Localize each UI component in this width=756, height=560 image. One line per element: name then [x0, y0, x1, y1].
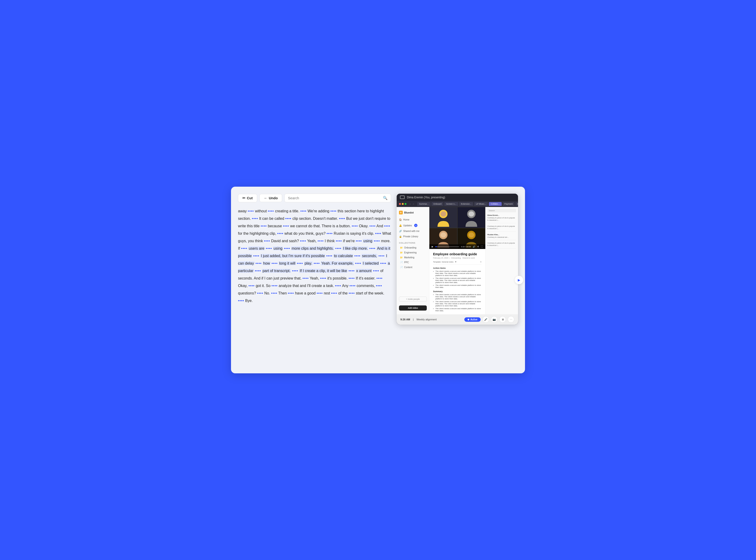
camera-button[interactable]: 📷: [491, 316, 497, 323]
volume-icon[interactable]: 🔊: [473, 245, 475, 248]
dot-separator: ••••: [300, 209, 306, 213]
highlighted-text: users are: [248, 246, 265, 251]
panel-toggle-button[interactable]: ▶: [515, 276, 523, 284]
folder-icon: 📁: [400, 256, 403, 259]
nav-shared-label: Shared with me: [403, 230, 419, 233]
dot-separator: ••••: [349, 276, 355, 280]
action-item-3: The client needs a secure and reliable p…: [433, 284, 482, 288]
highlighted-text: how: [263, 261, 271, 265]
browser-tab[interactable]: Extensior...: [459, 202, 474, 206]
dot-separator: ••••: [300, 239, 306, 243]
shared-icon: 🔗: [399, 230, 402, 233]
svg-point-7: [469, 233, 474, 238]
bottom-bar-controls: Active 🎤 📷 🖥 ⋯: [464, 316, 514, 323]
invite-button[interactable]: + Invite people: [399, 297, 427, 302]
dot-separator: ••••: [380, 261, 386, 265]
app-name: Bluedot: [404, 211, 414, 214]
cut-label: Cut: [247, 196, 253, 200]
app-inner: B Bluedot 🏠 Home 🔔 Updates 3 🔗 Sha: [397, 207, 518, 314]
dot-separator: ••••: [318, 239, 324, 243]
active-label: Active: [471, 318, 477, 321]
private-icon: 🔒: [399, 235, 402, 238]
undo-icon: ←: [264, 196, 267, 200]
more-options-button[interactable]: ⋯: [508, 316, 514, 323]
highlighted-text: to calculate: [334, 254, 353, 258]
summary-item-3: The client needs a secure and reliable p…: [433, 307, 482, 312]
dot-separator: ••••: [336, 239, 342, 243]
browser-tab[interactable]: Screen n...: [444, 202, 458, 206]
sidebar-content[interactable]: 📄 Content: [397, 265, 429, 269]
action-items-label: Action items: [433, 267, 482, 269]
main-container: ✂ Cut ← Undo 🔍 away •••• without •••• cr…: [231, 187, 525, 373]
file-icon: 📄: [400, 266, 403, 268]
comment-entry-3: Ruslan Kha... Contrary to classical ser.…: [488, 234, 516, 240]
person-avatar-1: [436, 208, 450, 227]
transcript-text: away •••• without •••• creating a title.…: [238, 207, 391, 304]
dot-separator: ••••: [375, 232, 381, 236]
comment-text-1: Contrary to piece of cla to popula b cla…: [488, 217, 516, 222]
comment-entry-2: Contrary to piece of cla to popula b cla…: [488, 225, 516, 232]
highlighted-text: play.: [304, 261, 313, 265]
sidebar-nav-home[interactable]: 🏠 Home: [397, 217, 429, 222]
search-input[interactable]: [288, 196, 381, 200]
browser-tab[interactable]: Onboard: [432, 202, 443, 206]
dot-separator: ••••: [350, 284, 356, 288]
dot-separator: ••••: [255, 269, 261, 273]
dot-separator: ••••: [264, 239, 270, 243]
dot-separator: ••••: [326, 254, 332, 258]
nav-private-label: Private Library: [403, 235, 418, 238]
article-title: Employee onboarding guide: [433, 252, 482, 256]
dot-separator: ••••: [335, 246, 341, 251]
dot-separator: ••••: [272, 261, 278, 265]
dot-separator: ••••: [355, 261, 361, 265]
sidebar-nav-updates[interactable]: 🔔 Updates 3: [397, 223, 429, 228]
video-cell-2: [457, 207, 485, 228]
cut-button[interactable]: ✂ Cut: [238, 194, 257, 202]
sidebar-onboarding[interactable]: 📁 Onboarding: [397, 245, 429, 250]
mic-button[interactable]: 🎤: [482, 316, 489, 323]
dot-separator: ••••: [352, 224, 358, 228]
browser-tab[interactable]: LP Bluec...: [474, 202, 488, 206]
browser-tab[interactable]: Summar...: [417, 202, 431, 206]
sidebar-nav-private[interactable]: 🔒 Private Library: [397, 234, 429, 239]
active-pill[interactable]: Active: [464, 317, 481, 322]
sidebar-engineering[interactable]: 📁 Engineering: [397, 251, 429, 255]
play-button[interactable]: ▶: [432, 245, 433, 248]
sidebar-nav-shared[interactable]: 🔗 Shared with me: [397, 229, 429, 234]
dot-separator: ••••: [277, 232, 283, 236]
ppc-label: PPC: [404, 261, 409, 264]
dot-separator: ••••: [354, 254, 360, 258]
dot-separator: ••••: [356, 239, 362, 243]
comment-text-4: Contrary to piece of cla to popula b cla…: [488, 242, 516, 247]
svg-point-1: [440, 212, 446, 217]
sidebar-marketing[interactable]: 📁 Marketing: [397, 255, 429, 260]
dot-separator: ••••: [376, 284, 382, 288]
sidebar-ppc[interactable]: 📄 PPC: [397, 260, 429, 265]
video-controls-bar: ▶ 0:15 / 30:05 🔊 ⚙ ⛶: [429, 244, 485, 249]
dot-separator: ••••: [384, 224, 390, 228]
undo-button[interactable]: ← Undo: [259, 194, 282, 202]
dot-separator: ••••: [370, 224, 375, 228]
dot-separator: ••••: [376, 276, 382, 280]
dot-separator: ••••: [266, 246, 272, 251]
action-item-1: The client needs a secure and reliable p…: [433, 270, 482, 277]
browser-tab[interactable]: Bluer...: [515, 202, 518, 206]
browser-tab-active[interactable]: Collabo...: [489, 202, 501, 206]
content-label: Content: [404, 266, 412, 268]
comment-author-3: Ruslan Kha...: [488, 234, 516, 236]
add-video-button[interactable]: Add video: [399, 305, 427, 311]
dot-separator: ••••: [283, 224, 289, 228]
svg-point-3: [469, 212, 474, 217]
dot-separator: ••••: [241, 246, 247, 251]
dot-separator: ••••: [303, 276, 309, 280]
settings-icon[interactable]: ⚙: [477, 245, 479, 248]
dot-separator: ••••: [349, 269, 355, 273]
comment-search[interactable]: Search: [488, 209, 516, 212]
onboarding-label: Onboarding: [404, 246, 416, 249]
browser-tab[interactable]: Payment: [503, 202, 515, 206]
highlighted-text: I selected: [362, 261, 379, 265]
fullscreen-icon[interactable]: ⛶: [481, 245, 483, 248]
article-date: February 15, 2023: [433, 257, 448, 259]
toolbar: ✂ Cut ← Undo 🔍: [238, 194, 391, 202]
screen-share-button[interactable]: 🖥: [499, 316, 506, 323]
